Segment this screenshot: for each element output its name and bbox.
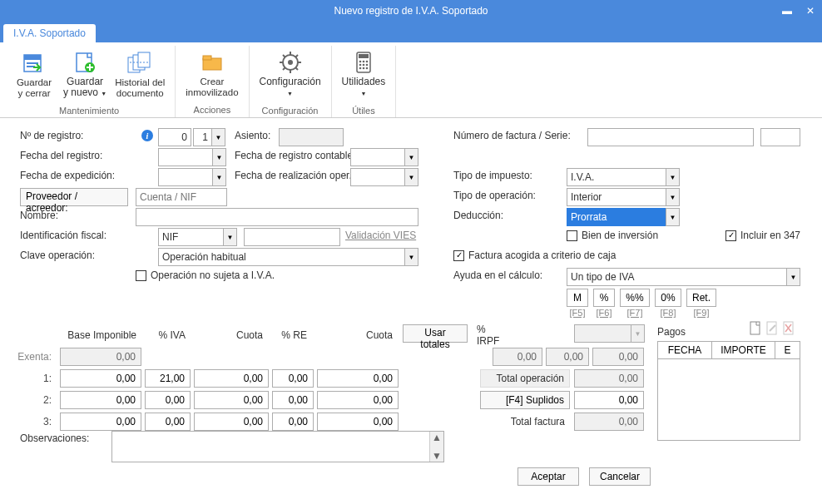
- tipo-operacion-dropdown[interactable]: ▼: [666, 188, 680, 206]
- tipo-operacion-select[interactable]: [567, 188, 666, 206]
- r1-cuota[interactable]: 0,00: [194, 369, 269, 388]
- r2-re[interactable]: 0,00: [272, 391, 314, 409]
- historial-button[interactable]: Historial del documento: [111, 47, 168, 101]
- form-body: Nº de registro: i ▼ Fecha del registro: …: [0, 118, 822, 501]
- svg-point-33: [359, 67, 362, 70]
- r1-cuota2[interactable]: 0,00: [317, 369, 399, 388]
- fecha-exped-dropdown[interactable]: ▼: [212, 168, 226, 186]
- observaciones-input[interactable]: [112, 432, 429, 462]
- exenta-value: 0,00: [60, 348, 141, 366]
- fecha-real-oper-dropdown[interactable]: ▼: [404, 168, 418, 186]
- configuracion-button[interactable]: Configuración▼: [256, 47, 324, 101]
- save-new-icon: [72, 49, 98, 76]
- close-icon: ✕: [806, 5, 815, 17]
- fecha-reg-cont-dropdown[interactable]: ▼: [404, 148, 418, 166]
- help-m-button[interactable]: M: [567, 289, 588, 307]
- pagos-delete-icon[interactable]: [782, 321, 795, 338]
- validacion-vies-link[interactable]: Validación VIES: [345, 230, 416, 241]
- tipo-operacion-label: Tipo de operación:: [453, 190, 536, 201]
- ident-fiscal-select[interactable]: [158, 228, 223, 246]
- r2-iva[interactable]: 0,00: [145, 391, 191, 409]
- suplidos-button[interactable]: [F4] Suplidos: [480, 391, 570, 409]
- calculator-icon: [350, 49, 377, 76]
- irpf-v1: 0,00: [493, 348, 542, 366]
- deduccion-select[interactable]: [567, 208, 666, 226]
- n-registro-dropdown[interactable]: ▼: [211, 128, 225, 146]
- svg-point-30: [359, 64, 362, 67]
- help-pct-button[interactable]: %: [593, 289, 615, 307]
- help-zeropct-button[interactable]: 0%: [655, 289, 681, 307]
- ayuda-calc-dropdown[interactable]: ▼: [786, 268, 800, 286]
- r2-cuota2[interactable]: 0,00: [317, 391, 399, 409]
- irpf-v3: 0,00: [592, 348, 644, 366]
- aceptar-button[interactable]: Aceptar: [517, 467, 579, 486]
- titlebar: Nuevo registro de I.V.A. Soportado ▬ ✕: [0, 0, 822, 22]
- pagos-grid[interactable]: FECHA IMPORTE E: [657, 341, 800, 441]
- fecha-registro-dropdown[interactable]: ▼: [212, 148, 226, 166]
- svg-point-34: [363, 67, 365, 70]
- minimize-button[interactable]: ▬: [775, 0, 799, 22]
- r3-base[interactable]: 0,00: [60, 413, 141, 431]
- r3-cuota[interactable]: 0,00: [194, 413, 269, 431]
- fecha-real-oper-input[interactable]: [350, 168, 404, 186]
- tab-iva-soportado[interactable]: I.V.A. Soportado: [3, 24, 96, 42]
- hd-base: Base Imponible: [58, 326, 141, 344]
- num-factura-serie-input[interactable]: [760, 128, 800, 146]
- deduccion-dropdown[interactable]: ▼: [666, 208, 680, 226]
- guardar-cerrar-label: Guardar y cerrar: [17, 77, 52, 99]
- ribbon-tabstrip: I.V.A. Soportado: [0, 22, 822, 42]
- proveedor-input[interactable]: [136, 188, 227, 206]
- help-pctpct-button[interactable]: %%: [620, 289, 650, 307]
- r2-base[interactable]: 0,00: [60, 391, 141, 409]
- incluir-347-checkbox[interactable]: [725, 230, 736, 241]
- cancelar-button[interactable]: Cancelar: [589, 467, 651, 486]
- num-factura-input[interactable]: [587, 128, 754, 146]
- ident-fiscal-dropdown[interactable]: ▼: [223, 228, 237, 246]
- pagos-label: Pagos: [657, 326, 686, 338]
- fecha-registro-input[interactable]: [158, 148, 212, 166]
- asiento-input: [279, 128, 344, 146]
- observaciones-scrollbar[interactable]: ▲▼: [429, 432, 443, 462]
- irpf-extra-dropdown[interactable]: ▼: [631, 324, 645, 343]
- ident-fiscal-input[interactable]: [244, 228, 340, 246]
- r3-iva[interactable]: 0,00: [145, 413, 191, 431]
- utilidades-button[interactable]: Utilidades▼: [339, 47, 389, 101]
- r1-base[interactable]: 0,00: [60, 369, 141, 388]
- gear-icon: [277, 49, 304, 76]
- irpf-extra-select[interactable]: [574, 324, 631, 343]
- usar-totales-button[interactable]: Usar totales: [403, 324, 468, 343]
- asiento-label: Asiento:: [235, 130, 270, 141]
- close-button[interactable]: ✕: [799, 0, 822, 22]
- guardar-cerrar-button[interactable]: Guardar y cerrar: [10, 47, 58, 101]
- pagos-new-icon[interactable]: [749, 321, 762, 338]
- guardar-nuevo-button[interactable]: Guardar y nuevo ▼: [60, 47, 110, 101]
- n-registro-input-2[interactable]: [193, 128, 211, 146]
- info-icon[interactable]: i: [141, 130, 153, 141]
- fecha-exped-input[interactable]: [158, 168, 212, 186]
- hd-cuota2: Cuota: [314, 326, 398, 344]
- r1-iva[interactable]: 21,00: [145, 369, 191, 388]
- proveedor-button[interactable]: Proveedor / acreedor:: [20, 188, 128, 206]
- fecha-reg-cont-input[interactable]: [350, 148, 404, 166]
- r3-re[interactable]: 0,00: [272, 413, 314, 431]
- pagos-edit-icon[interactable]: [765, 321, 779, 338]
- ayuda-calc-select[interactable]: [567, 268, 786, 286]
- nombre-input[interactable]: [136, 208, 418, 226]
- window-title: Nuevo registro de I.V.A. Soportado: [334, 5, 488, 17]
- bien-inversion-checkbox[interactable]: [567, 230, 577, 241]
- deduccion-label: Deducción:: [453, 210, 503, 221]
- clave-op-dropdown[interactable]: ▼: [404, 248, 418, 266]
- op-no-sujeta-checkbox[interactable]: [136, 270, 146, 281]
- row2-label: 2:: [17, 391, 57, 409]
- clave-op-select[interactable]: [158, 248, 404, 266]
- tipo-impuesto-dropdown[interactable]: ▼: [666, 168, 680, 186]
- suplidos-value[interactable]: 0,00: [574, 391, 644, 409]
- help-ret-button[interactable]: Ret.: [686, 289, 716, 307]
- r3-cuota2[interactable]: 0,00: [317, 413, 399, 431]
- r1-re[interactable]: 0,00: [272, 369, 314, 388]
- tipo-impuesto-select[interactable]: [567, 168, 666, 186]
- n-registro-input-1[interactable]: [158, 128, 191, 146]
- crear-inmovilizado-button[interactable]: Crear inmovilizado: [182, 47, 241, 100]
- factura-criterio-checkbox[interactable]: [453, 250, 464, 261]
- r2-cuota[interactable]: 0,00: [194, 391, 269, 409]
